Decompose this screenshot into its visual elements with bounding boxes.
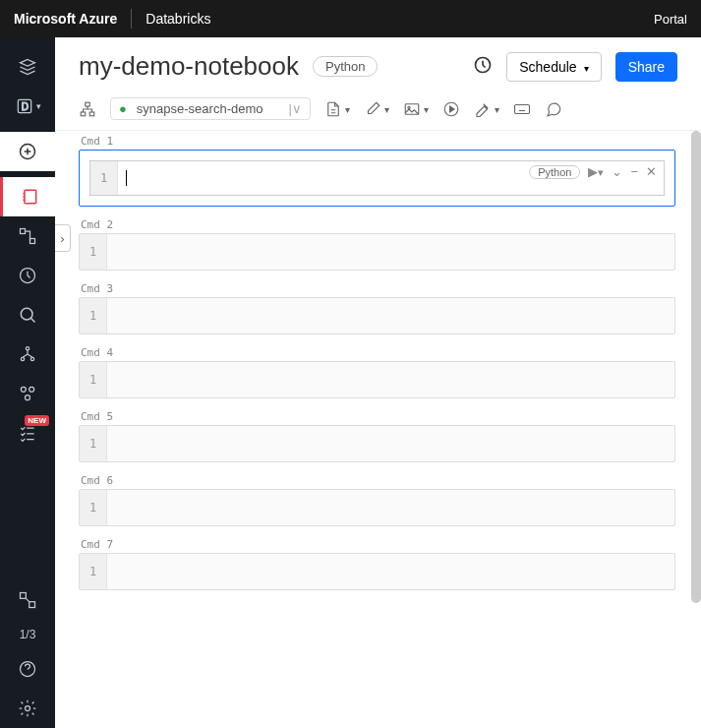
toolbar-clear-icon[interactable] [474,100,499,118]
line-gutter: 1 [80,554,107,589]
scrollbar[interactable] [691,131,701,603]
line-gutter: 1 [80,490,107,525]
svg-point-13 [26,395,30,400]
history-icon[interactable] [473,55,493,78]
sidebar-cluster-icon[interactable] [0,374,55,413]
sidebar-tree-icon[interactable] [0,334,55,374]
code-cell-1[interactable]: Python ▶▾ ⌄ − ✕ 1 [79,150,675,207]
code-cell-3[interactable]: 1 [79,297,675,334]
cell-toolbar: Python ▶▾ ⌄ − ✕ [529,164,657,179]
schedule-label: Schedule [519,59,576,75]
toolbar-run-icon[interactable] [442,100,460,118]
cell-minimize-icon[interactable]: − [630,164,638,179]
product-label: Databricks [146,11,210,27]
code-editor[interactable] [107,554,674,589]
sidebar-settings-icon[interactable] [0,689,55,728]
toolbar-edit-icon[interactable] [364,100,389,118]
code-cell-6[interactable]: 1 [79,489,675,526]
toolbar-comment-icon[interactable] [545,100,562,118]
svg-rect-3 [25,190,36,203]
cell-lang-pill[interactable]: Python [529,165,580,179]
divider [131,9,132,29]
line-gutter: 1 [80,298,107,334]
svg-rect-4 [21,229,26,234]
svg-rect-14 [21,593,27,599]
cmd-label: Cmd 2 [81,218,675,231]
cluster-status-icon [119,101,131,116]
sidebar-search-icon[interactable] [0,295,55,334]
line-gutter: 1 [80,426,107,461]
sidebar-recent-icon[interactable] [0,256,55,295]
svg-point-10 [30,357,33,360]
cell-close-icon[interactable]: ✕ [646,164,657,179]
sidebar-d-icon[interactable]: D▾ [0,87,55,126]
code-editor[interactable] [107,234,674,270]
notebook-toolbar: synapse-search-demo |∨ [55,91,701,131]
cmd-label: Cmd 4 [81,346,675,359]
sidebar-add-icon[interactable] [0,132,55,171]
cmd-label: Cmd 7 [81,538,675,551]
svg-rect-5 [30,239,35,244]
sidebar-notebook-icon[interactable] [0,177,55,216]
sidebar-stack-icon[interactable] [0,47,55,87]
code-editor[interactable] [107,490,674,525]
code-cell-7[interactable]: 1 [79,553,675,590]
sidebar-pager: 1/3 [20,628,36,641]
notebook-header: my-demo-notebook Python Schedule Share [55,37,701,91]
left-sidebar: D▾ NEW 1/3 [0,37,55,728]
brand-label: Microsoft Azure [14,11,117,27]
cmd-label: Cmd 1 [81,135,675,148]
top-bar: Microsoft Azure Databricks Portal [0,0,701,37]
code-editor[interactable] [107,362,674,397]
notebook-content[interactable]: Cmd 1 Python ▶▾ ⌄ − ✕ 1 [55,131,701,728]
code-editor[interactable] [107,426,674,461]
new-badge: NEW [25,415,49,426]
toolbar-image-icon[interactable] [403,100,429,118]
svg-rect-19 [86,102,90,106]
svg-point-11 [21,387,26,392]
toolbar-hierarchy-icon[interactable] [79,100,96,118]
code-cell-4[interactable]: 1 [79,361,675,398]
cmd-label: Cmd 6 [81,474,675,487]
sidebar-expand-icon[interactable] [0,580,55,620]
code-cell-2[interactable]: 1 [79,233,675,271]
code-cell-5[interactable]: 1 [79,425,675,462]
svg-point-8 [26,347,29,350]
svg-point-12 [29,387,34,392]
code-editor[interactable] [107,298,674,334]
notebook-language-pill[interactable]: Python [313,56,378,77]
toolbar-keyboard-icon[interactable] [513,100,531,118]
svg-point-17 [26,706,30,711]
cell-expand-icon[interactable]: ⌄ [612,164,622,179]
sidebar-flow-icon[interactable] [0,216,55,256]
sidebar-help-icon[interactable] [0,649,55,689]
line-gutter: 1 [80,362,107,397]
svg-rect-21 [89,112,94,116]
cluster-selector[interactable]: synapse-search-demo |∨ [110,97,311,120]
portal-link[interactable]: Portal [654,12,687,27]
notebook-title[interactable]: my-demo-notebook [79,51,299,82]
svg-text:D: D [21,101,28,112]
svg-rect-15 [29,602,35,608]
cluster-name: synapse-search-demo [137,101,263,116]
cmd-label: Cmd 3 [81,282,675,295]
svg-point-7 [21,308,32,320]
share-button[interactable]: Share [615,52,677,82]
svg-rect-25 [514,104,529,113]
toolbar-file-icon[interactable] [324,100,350,118]
sidebar-checklist-icon[interactable]: NEW [0,413,55,453]
line-gutter: 1 [80,234,107,270]
schedule-button[interactable]: Schedule [506,52,601,82]
cmd-label: Cmd 5 [81,410,675,423]
cell-run-icon[interactable]: ▶▾ [588,164,604,179]
expand-sidebar-tab[interactable]: › [55,224,71,252]
svg-rect-20 [81,112,86,116]
svg-point-9 [21,357,24,360]
line-gutter: 1 [90,161,118,195]
